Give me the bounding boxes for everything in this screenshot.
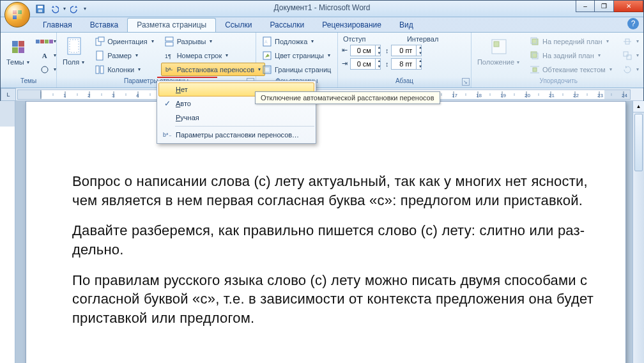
help-button[interactable]: ?: [627, 18, 639, 29]
hyphen-small-icon: bᵃ₋: [159, 132, 176, 138]
close-button[interactable]: ✕: [614, 1, 643, 12]
svg-rect-13: [96, 66, 99, 73]
text-wrap-button[interactable]: Обтекание текстом▾: [526, 63, 617, 76]
orientation-button[interactable]: Ориентация▾: [91, 35, 158, 48]
group-objects-button[interactable]: ▾: [619, 49, 643, 62]
tab-рассылки[interactable]: Рассылки: [261, 19, 313, 32]
svg-text:21: 21: [549, 93, 555, 98]
tab-вид[interactable]: Вид: [390, 19, 422, 32]
svg-text:24: 24: [622, 93, 627, 98]
annotation-underline: [157, 77, 217, 78]
send-back-button[interactable]: На задний план▾: [526, 49, 617, 62]
svg-rect-29: [533, 68, 537, 72]
align-button[interactable]: ▾: [619, 35, 643, 48]
minimize-button[interactable]: –: [576, 1, 595, 12]
svg-text:2: 2: [88, 93, 91, 98]
undo-icon[interactable]: [48, 3, 61, 15]
svg-rect-23: [492, 40, 506, 54]
svg-rect-33: [625, 39, 629, 44]
svg-rect-2: [13, 15, 17, 19]
svg-text:1¶: 1¶: [165, 53, 171, 59]
svg-rect-34: [624, 52, 628, 56]
hyphen-option-manual[interactable]: Ручная: [158, 111, 314, 125]
tab-главная[interactable]: Главная: [34, 19, 81, 32]
indent-header: Отступ: [341, 35, 404, 43]
svg-text:23: 23: [597, 93, 603, 98]
space-after-icon: ↕: [385, 60, 389, 68]
tab-рецензирование[interactable]: Рецензирование: [313, 19, 390, 32]
hyphen-options-dialog[interactable]: bᵃ₋Параметры расстановки переносов…: [158, 128, 314, 142]
svg-rect-6: [38, 10, 42, 12]
tab-вставка[interactable]: Вставка: [81, 19, 128, 32]
scroll-thumb[interactable]: [634, 114, 643, 171]
watermark-button[interactable]: AПодложка▾: [259, 35, 335, 48]
svg-text:17: 17: [452, 93, 457, 98]
menu-separator: [175, 126, 314, 127]
space-before-icon: ↕: [385, 47, 389, 54]
space-before-spinner[interactable]: ▲▼: [416, 45, 424, 56]
hyphenation-menu: Нет ✓Авто Ручная bᵃ₋Параметры расстановк…: [157, 81, 316, 144]
paragraph: Вопрос о написании слова (с) лету актуал…: [72, 172, 602, 210]
margins-button[interactable]: Поля▾: [59, 35, 89, 68]
bring-front-button[interactable]: На передний план▾: [526, 35, 617, 48]
tab-ссылки[interactable]: Ссылки: [216, 19, 261, 32]
svg-rect-0: [13, 10, 17, 14]
hyphenation-button[interactable]: bª-Расстановка переносов▾: [161, 63, 265, 76]
svg-rect-1: [18, 10, 22, 14]
breaks-button[interactable]: Разрывы▾: [161, 35, 265, 48]
rotate-button[interactable]: ▾: [619, 63, 643, 76]
svg-text:A: A: [264, 40, 268, 44]
indent-right-icon: ⇥: [342, 59, 348, 68]
svg-rect-25: [532, 39, 538, 45]
svg-rect-15: [165, 37, 173, 41]
paragraph-dialog-launcher[interactable]: ↘: [462, 78, 470, 86]
scroll-up-arrow[interactable]: ▲: [633, 101, 644, 112]
redo-icon[interactable]: [68, 3, 81, 15]
paragraph: По правилам русского языка слово (с) лет…: [72, 271, 602, 328]
line-numbers-button[interactable]: 1¶Номера строк▾: [161, 49, 265, 62]
indent-right-spinner[interactable]: ▲▼: [375, 58, 383, 70]
vertical-ruler[interactable]: [0, 101, 15, 363]
svg-rect-3: [18, 15, 22, 19]
undo-dropdown-icon[interactable]: ▾: [62, 6, 67, 12]
svg-text:20: 20: [525, 93, 530, 98]
tab-разметка-страницы[interactable]: Разметка страницы: [127, 18, 216, 32]
svg-rect-26: [531, 38, 537, 43]
svg-text:3: 3: [112, 93, 115, 98]
page-borders-button[interactable]: Границы страниц: [259, 63, 335, 76]
themes-label: Темы: [6, 58, 24, 66]
office-button[interactable]: [4, 2, 30, 27]
paragraph: Давайте разберемся, как правильно пишетс…: [72, 221, 602, 259]
svg-rect-22: [264, 67, 270, 72]
svg-point-7: [42, 66, 48, 73]
maximize-button[interactable]: ❐: [595, 1, 614, 12]
svg-rect-27: [531, 52, 537, 58]
group-label-paragraph: Абзац: [395, 77, 413, 84]
document-page[interactable]: Вопрос о написании слова (с) лету актуал…: [26, 101, 626, 363]
indent-left-spinner[interactable]: ▲▼: [375, 45, 383, 56]
tab-selector[interactable]: L: [1, 88, 16, 101]
size-button[interactable]: Размер▾: [91, 49, 158, 62]
svg-rect-28: [532, 53, 538, 59]
space-after-spinner[interactable]: ▲▼: [416, 58, 424, 70]
svg-rect-11: [98, 37, 104, 42]
page-color-button[interactable]: Цвет страницы▾: [259, 49, 335, 62]
qat-customize-icon[interactable]: ▾: [82, 6, 88, 12]
columns-button[interactable]: Колонки▾: [91, 63, 158, 76]
svg-rect-24: [494, 42, 499, 47]
svg-text:19: 19: [500, 93, 506, 98]
svg-rect-12: [96, 51, 103, 60]
svg-rect-16: [165, 42, 173, 46]
save-icon[interactable]: [34, 3, 47, 15]
group-label-arrange: Упорядочить: [471, 77, 644, 88]
interval-header: Интервал: [404, 35, 468, 43]
window-title: Документ1 - Microsoft Word: [1, 3, 643, 12]
indent-left-icon: ⇤: [342, 46, 348, 54]
svg-rect-5: [38, 6, 43, 8]
svg-text:1: 1: [63, 93, 66, 98]
vertical-scrollbar[interactable]: ▲: [632, 101, 644, 363]
svg-rect-14: [100, 66, 103, 73]
position-button[interactable]: Положение▾: [474, 35, 524, 68]
themes-button[interactable]: Темы▾: [3, 35, 34, 68]
svg-rect-35: [627, 55, 631, 59]
